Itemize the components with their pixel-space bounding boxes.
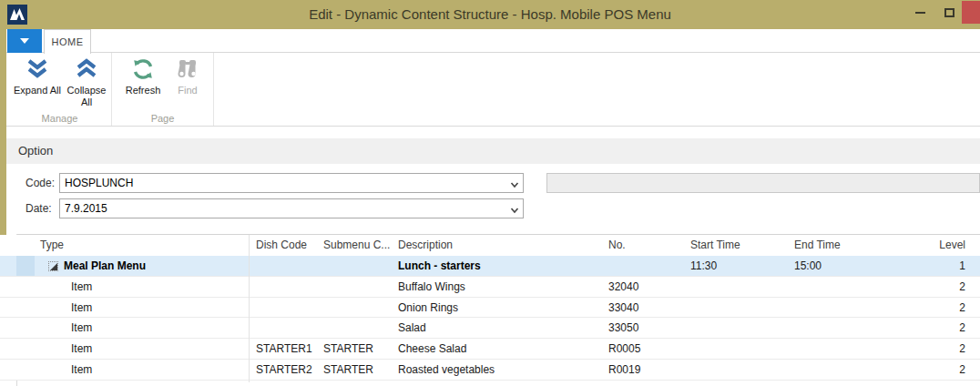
chevron-down-icon[interactable] [510, 203, 519, 221]
date-value: 7.9.2015 [65, 202, 107, 215]
table-row[interactable]: ItemOnion Rings330402 [0, 298, 980, 319]
cell-submenu-code[interactable]: STARTER [323, 360, 373, 381]
application-window: Edit - Dynamic Content Structure - Hosp.… [0, 0, 980, 386]
window-title: Edit - Dynamic Content Structure - Hosp.… [0, 0, 980, 29]
row-selector[interactable] [16, 256, 35, 276]
cell-level[interactable]: 2 [959, 339, 965, 360]
cell-no[interactable]: 33050 [608, 318, 638, 339]
cell-description[interactable]: Salad [398, 318, 426, 339]
cell-description[interactable]: Buffalo Wings [398, 277, 465, 298]
cell-type-label: Item [71, 342, 92, 355]
title-bar: Edit - Dynamic Content Structure - Hosp.… [0, 0, 980, 29]
table-row[interactable]: ItemSalad330502 [0, 318, 980, 339]
table-row[interactable]: ItemBuffalo Wings320402 [0, 277, 980, 298]
close-button[interactable] [962, 1, 980, 24]
chevron-down-icon [20, 38, 29, 44]
code-combobox[interactable]: HOSPLUNCH [59, 173, 524, 193]
cell-type[interactable]: Item [71, 360, 92, 381]
disabled-field [546, 173, 980, 193]
cell-level[interactable]: 1 [959, 256, 965, 277]
minimize-icon [915, 12, 925, 14]
date-combobox[interactable]: 7.9.2015 [59, 198, 524, 218]
cell-description[interactable]: Lunch - starters [398, 256, 481, 277]
refresh-button[interactable]: Refresh [117, 55, 168, 96]
cell-description[interactable]: Cheese Salad [398, 339, 466, 360]
maximize-icon [944, 8, 954, 17]
application-menu-button[interactable] [7, 29, 42, 53]
cell-type-label: Item [71, 280, 92, 293]
cell-level[interactable]: 2 [959, 318, 965, 339]
column-header-level[interactable]: Level [939, 235, 965, 256]
chevron-down-icon[interactable] [510, 178, 519, 196]
cell-type[interactable]: Item [71, 339, 92, 360]
cell-description[interactable]: Roasted vegetables [398, 360, 495, 381]
column-header-submenu-c[interactable]: Submenu C... [323, 235, 390, 256]
ribbon: Expand AllCollapse AllManageRefreshFindP… [6, 53, 980, 127]
cell-start-time[interactable]: 11:30 [690, 256, 717, 277]
find-button: Find [168, 55, 207, 96]
collapse-all-icon [63, 55, 110, 84]
refresh-icon [117, 55, 168, 84]
column-header-description[interactable]: Description [398, 235, 453, 256]
expand-all-button[interactable]: Expand All [12, 55, 63, 96]
cell-dish-code[interactable]: STARTER2 [256, 360, 312, 381]
find-icon [168, 55, 207, 84]
cell-no[interactable]: 33040 [608, 298, 638, 319]
cell-no[interactable]: R0005 [608, 339, 640, 360]
cell-level[interactable]: 2 [959, 360, 965, 381]
cell-dish-code[interactable]: STARTER1 [256, 339, 312, 360]
cell-level[interactable]: 2 [959, 277, 965, 298]
cell-type-label: Item [71, 301, 92, 314]
date-field-label: Date: [26, 198, 62, 218]
expand-all-icon [12, 55, 63, 84]
cell-type[interactable]: Item [71, 277, 92, 298]
column-header-start-time[interactable]: Start Time [690, 235, 740, 256]
collapse-all-button[interactable]: Collapse All [63, 55, 110, 108]
column-header-no[interactable]: No. [608, 235, 626, 256]
ribbon-group-page: RefreshFindPage [112, 53, 214, 126]
cell-no[interactable]: R0019 [608, 360, 640, 381]
table-row[interactable]: ItemSTARTER1STARTERCheese SaladR00052 [0, 339, 980, 360]
ribbon-button-label: Expand All [12, 84, 63, 96]
option-section-header[interactable]: Option [6, 138, 980, 164]
code-value: HOSPLUNCH [65, 177, 133, 189]
cell-type[interactable]: Item [71, 318, 92, 339]
table-row[interactable]: ItemSTARTER2STARTERRoasted vegetablesR00… [0, 360, 980, 381]
ribbon-group-label: Manage [8, 113, 111, 124]
grid-rows: Meal Plan MenuLunch - starters11:3015:00… [0, 256, 980, 381]
column-header-dish-code[interactable]: Dish Code [256, 235, 307, 256]
ribbon-group-manage: Expand AllCollapse AllManage [8, 53, 112, 126]
divider [249, 235, 250, 382]
minimize-button[interactable] [907, 0, 933, 25]
cell-type-label: Item [71, 321, 92, 334]
cell-type-label: Item [71, 363, 92, 376]
ribbon-button-label: Find [168, 84, 207, 96]
tab-home[interactable]: HOME [44, 29, 91, 54]
ribbon-group-label: Page [112, 113, 213, 124]
ribbon-button-label: Refresh [117, 84, 168, 96]
cell-no[interactable]: 32040 [608, 277, 638, 298]
column-header-type[interactable]: Type [40, 235, 64, 256]
cell-type-label: Meal Plan Menu [64, 256, 146, 277]
grid-header-row: TypeDish CodeSubmenu C...DescriptionNo.S… [0, 235, 980, 256]
tree-node-icon[interactable] [48, 261, 58, 271]
cell-level[interactable]: 2 [959, 298, 965, 319]
cell-description[interactable]: Onion Rings [398, 298, 458, 319]
ribbon-button-label: Collapse All [63, 84, 110, 108]
table-row[interactable]: Meal Plan MenuLunch - starters11:3015:00… [0, 256, 980, 277]
cell-type[interactable]: Meal Plan Menu [48, 256, 146, 277]
column-header-end-time[interactable]: End Time [794, 235, 841, 256]
cell-submenu-code[interactable]: STARTER [323, 339, 373, 360]
cell-end-time[interactable]: 15:00 [794, 256, 822, 277]
code-field-label: Code: [26, 173, 62, 193]
ribbon-tab-strip: HOME [6, 29, 980, 53]
maximize-button[interactable] [936, 0, 962, 25]
cell-type[interactable]: Item [71, 298, 92, 319]
